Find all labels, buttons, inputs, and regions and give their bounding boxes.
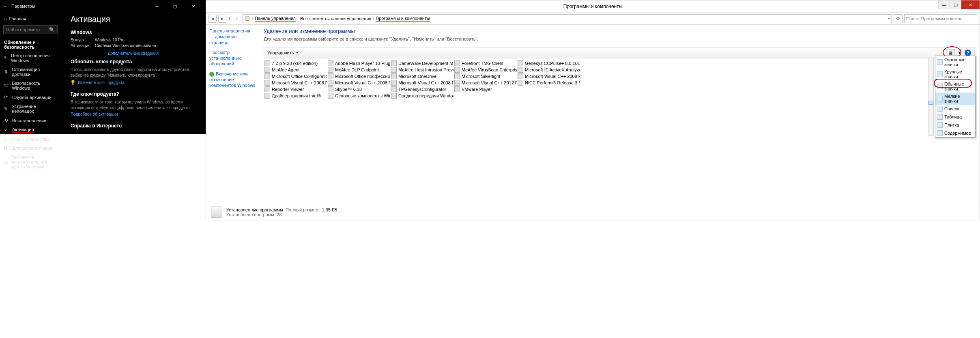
program-name: Adobe Flash Player 13 Plugin	[335, 61, 390, 66]
settings-search[interactable]: Найти параметр 🔍	[3, 25, 58, 34]
programs-list: 7-Zip 9.20 (x64 edition)McAfee AgentMicr…	[264, 60, 975, 99]
program-item[interactable]: Microsoft Visual C++ 2012 Redistributa..…	[453, 80, 517, 86]
cp-search[interactable]: Поиск: Программы и компо...	[904, 14, 977, 23]
crumb-programs[interactable]: Программы и компоненты	[376, 16, 430, 22]
view-size-icon	[937, 130, 943, 136]
organize-button[interactable]: Упорядочить	[267, 50, 294, 55]
view-menu-item[interactable]: Огромные значки	[935, 56, 975, 68]
more-info-link[interactable]: Дополнительные сведения	[71, 51, 196, 56]
sidebar-item-activation[interactable]: ✓Активация	[0, 125, 61, 135]
program-item[interactable]: McAfee Host Intrusion Prevention	[390, 67, 453, 73]
program-name: 7-Zip 9.20 (x64 edition)	[272, 61, 318, 66]
sidebar-item-developers[interactable]: {}Для разработчиков	[0, 144, 61, 153]
nav-up-button[interactable]: ↑	[233, 15, 241, 23]
sidebar-item-troubleshoot[interactable]: ✎Устранение неполадок	[0, 102, 61, 116]
troubleshoot-icon: ✎	[4, 106, 9, 112]
program-name: Microsoft Visual C++ 2008 Redistributa..…	[272, 80, 327, 85]
program-item[interactable]: Adobe Flash Player 13 Plugin	[327, 60, 390, 67]
sidebar-item-security[interactable]: 🛡Безопасность Windows	[0, 79, 61, 93]
minimize-button[interactable]: —	[938, 0, 950, 9]
sidebar-item-update[interactable]: ↻Центр обновления Windows	[0, 51, 61, 65]
program-item[interactable]: Драйвер графики Intel®	[264, 93, 327, 99]
program-item[interactable]: Microsoft Visual C++ 2008 Redistributa..…	[390, 80, 453, 86]
program-icon	[391, 86, 397, 92]
control-panel-window: Программы и компоненты — ▢ ✕ ◄ ► ▾ ↑ 📋 ›…	[206, 0, 980, 220]
sidebar-item-insider[interactable]: ◫Программа предварительной оценки Window…	[0, 153, 61, 171]
shield-icon: 🛡	[4, 83, 9, 88]
program-item[interactable]: Skype™ 6.18	[327, 86, 390, 93]
program-item[interactable]: DameWare Development Mirror Driver ...	[390, 60, 453, 67]
close-button[interactable]: ✕	[961, 0, 980, 9]
program-item[interactable]: McAfee DLP Endpoint	[327, 67, 390, 73]
close-button[interactable]: ✕	[184, 4, 202, 9]
program-name: Reporter Viewer	[272, 87, 304, 92]
program-icon	[328, 80, 333, 86]
program-item[interactable]: Microsoft Office профессиональный п...	[327, 73, 390, 80]
refresh-button[interactable]: ⟳	[894, 14, 903, 23]
programs-icon	[211, 207, 222, 218]
sidebar-item-recovery[interactable]: ⟲Восстановление	[0, 116, 61, 125]
program-item[interactable]: Microsoft Visual C++ 2008 Redistributa..…	[327, 80, 390, 86]
sidebar-item-finddevice[interactable]: ⌕Поиск устройства	[0, 135, 61, 144]
address-bar[interactable]: 📋 › Панель управления › Все элементы пан…	[243, 14, 892, 23]
back-icon[interactable]: ←	[3, 4, 11, 9]
program-item[interactable]: VMware Player	[453, 86, 517, 93]
maximize-button[interactable]: ▢	[166, 4, 184, 9]
program-item[interactable]: Microsoft IE ActiveX Analyzer	[517, 67, 580, 73]
minimize-button[interactable]: —	[148, 4, 166, 9]
view-menu-item[interactable]: Список	[935, 105, 975, 113]
program-icon	[454, 60, 460, 66]
address-dropdown[interactable]: ▾	[888, 17, 890, 21]
view-menu-item[interactable]: Плитка	[935, 121, 975, 129]
sidebar-item-delivery[interactable]: ⇅Оптимизация доставки	[0, 65, 61, 79]
activation-icon: ✓	[4, 127, 10, 133]
view-menu-item[interactable]: Мелкие значки	[935, 93, 975, 105]
program-name: NICE Perform® Release 3.5 - Player Co...	[525, 80, 580, 85]
view-menu-item[interactable]: Таблица	[935, 113, 975, 121]
program-item[interactable]: NICE Perform® Release 3.5 - Player Co...	[517, 80, 580, 86]
program-icon	[518, 73, 523, 79]
program-item[interactable]: McAfee Agent	[264, 67, 327, 73]
program-item[interactable]: Forefront TMG Client	[453, 60, 517, 67]
help-icon[interactable]: ?	[965, 50, 971, 56]
program-name: Microsoft OneDrive	[398, 74, 436, 79]
program-item[interactable]: Microsoft Visual C++ 2008 Redistributa..…	[517, 73, 580, 80]
activation-value: Система Windows активирована	[95, 43, 156, 48]
nav-forward-button[interactable]: ►	[218, 15, 226, 23]
maximize-button[interactable]: ▢	[950, 0, 961, 9]
program-item[interactable]: Genesys CCPulse+ 8.0.101.34	[517, 60, 580, 67]
sidebar-item-backup[interactable]: ⟳Служба архивации	[0, 93, 61, 102]
chevron-down-icon[interactable]: ▼	[295, 51, 299, 55]
view-slider[interactable]	[928, 58, 934, 136]
view-menu-item[interactable]: Обычные значки	[935, 80, 975, 93]
program-item[interactable]: Reporter Viewer	[264, 86, 327, 93]
sync-icon: ↻	[4, 56, 9, 61]
cp-nav: ◄ ► ▾ ↑ 📋 › Панель управления › Все элем…	[206, 13, 980, 25]
program-item[interactable]: Microsoft OneDrive	[390, 73, 453, 80]
program-item[interactable]: TPGenesysConfigurator	[390, 86, 453, 93]
about-activation-link[interactable]: Подробнее об активации	[71, 112, 196, 116]
view-menu-item[interactable]: Содержимое	[935, 129, 975, 137]
recovery-icon: ⟲	[4, 118, 10, 123]
view-menu-item[interactable]: Крупные значки	[935, 68, 975, 80]
home-icon: ⌂	[4, 16, 7, 21]
program-item[interactable]: 7-Zip 9.20 (x64 edition)	[264, 60, 327, 67]
crumb-control-panel[interactable]: Панель управления	[255, 16, 296, 22]
nav-back-button[interactable]: ◄	[208, 15, 217, 23]
nav-recent-dropdown[interactable]: ▾	[228, 16, 231, 21]
program-item[interactable]: Microsoft Silverlight	[453, 73, 517, 80]
settings-titlebar: ← Параметры — ▢ ✕	[0, 0, 206, 12]
program-item[interactable]: Microsoft Visual C++ 2008 Redistributa..…	[264, 80, 327, 86]
sidebar-home[interactable]: ⌂ Главная	[0, 14, 61, 24]
program-item[interactable]: Средство передачи Windows Live	[390, 93, 453, 99]
change-key-link[interactable]: 🔑Изменить ключ продукта	[71, 80, 196, 85]
folder-icon: 📋	[245, 16, 250, 21]
find-icon: ⌕	[4, 137, 10, 142]
program-item[interactable]: McAfee VirusScan Enterprise	[453, 67, 517, 73]
link-cp-home[interactable]: Панель управления — домашняя страница	[209, 28, 256, 45]
program-item[interactable]: Microsoft Office Configuration Analyze..…	[264, 73, 327, 80]
program-item[interactable]: Основные компоненты Windows Live	[327, 93, 390, 99]
link-windows-features[interactable]: Включение или отключение компонентов Win…	[209, 71, 256, 88]
crumb-all-items[interactable]: Все элементы панели управления	[300, 16, 371, 21]
link-view-updates[interactable]: Просмотр установленных обновлений	[209, 50, 256, 67]
